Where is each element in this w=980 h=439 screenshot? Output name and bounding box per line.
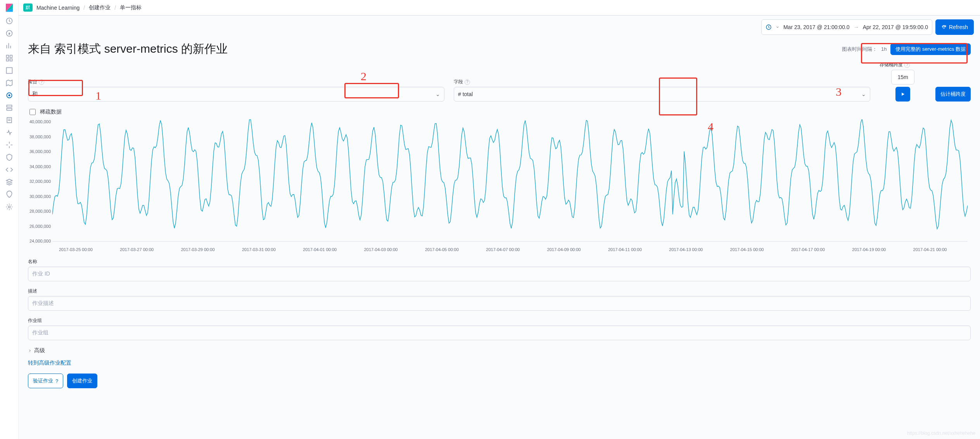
canvas-icon[interactable]: [5, 67, 13, 74]
chevron-down-icon: ⌄: [861, 91, 866, 97]
breadcrumb-mid[interactable]: 创建作业: [89, 4, 111, 11]
monitoring-icon[interactable]: [5, 191, 13, 198]
job-name-input[interactable]: 作业 ID: [28, 267, 971, 281]
aggregation-label: 聚合?: [28, 79, 444, 85]
validate-label: 验证作业: [33, 377, 53, 384]
apm-icon[interactable]: [5, 129, 13, 136]
logs-icon[interactable]: [5, 116, 13, 124]
annotation-number-2: 2: [361, 70, 366, 83]
bucket-label: 存储桶跨度?: [880, 62, 926, 68]
goto-advanced-link[interactable]: 转到高级作业配置: [19, 358, 980, 368]
use-full-data-button[interactable]: 使用完整的 server-metrics 数据: [890, 43, 971, 55]
chart-interval-value: 1h: [881, 46, 887, 52]
play-button[interactable]: [895, 87, 910, 102]
field-select[interactable]: # total ⌄: [454, 87, 870, 102]
refresh-label: Refresh: [949, 24, 968, 30]
job-name-label: 名称: [28, 259, 37, 264]
breadcrumb-root[interactable]: Machine Learning: [36, 5, 80, 11]
job-desc-placeholder: 作业描述: [32, 300, 54, 307]
dev-icon[interactable]: [5, 166, 13, 174]
discover-icon[interactable]: [5, 29, 13, 37]
time-picker-row: Mar 23, 2017 @ 21:00:00.0 → Apr 22, 2017…: [19, 15, 980, 35]
x-tick: 2017-04-01 00:00: [303, 247, 364, 252]
y-tick: 24,000,000: [29, 239, 51, 243]
maps-icon[interactable]: [5, 79, 13, 87]
help-icon[interactable]: ?: [904, 62, 910, 68]
time-range-picker[interactable]: Mar 23, 2017 @ 21:00:00.0 → Apr 22, 2017…: [761, 19, 932, 35]
field-label: 字段?: [454, 79, 870, 85]
help-icon[interactable]: ?: [465, 79, 470, 85]
breadcrumb-leaf: 单一指标: [120, 4, 142, 11]
job-desc-label: 描述: [28, 288, 37, 294]
space-badge[interactable]: 默: [23, 3, 33, 12]
x-tick: 2017-04-03 00:00: [364, 247, 425, 252]
bucket-field: 存储桶跨度? 15m: [880, 62, 926, 102]
job-desc-field: 描述 作业描述: [19, 284, 980, 314]
ml-icon[interactable]: [5, 91, 13, 99]
management-icon[interactable]: [5, 203, 13, 211]
svg-rect-13: [7, 108, 12, 110]
aggregation-field: 聚合? 和 ⌄: [28, 79, 444, 102]
chart-y-axis: 40,000,00038,000,00036,000,00034,000,000…: [28, 119, 52, 243]
refresh-button[interactable]: Refresh: [935, 19, 974, 35]
annotation-number-1: 1: [95, 89, 101, 102]
job-group-input[interactable]: 作业组: [28, 325, 971, 340]
clock-icon: [766, 24, 772, 30]
aggregation-value: 和: [32, 91, 38, 98]
job-group-placeholder: 作业组: [32, 329, 48, 336]
chart-container: 40,000,00038,000,00036,000,00034,000,000…: [19, 116, 980, 255]
sparse-checkbox[interactable]: [29, 109, 36, 115]
time-to: Apr 22, 2017 @ 19:59:00.0: [863, 24, 928, 30]
advanced-label: 高级: [34, 347, 45, 354]
y-tick: 34,000,000: [29, 164, 51, 169]
y-tick: 26,000,000: [29, 224, 51, 229]
chevron-right-icon: [28, 349, 32, 353]
y-tick: 36,000,000: [29, 149, 51, 154]
chevron-down-icon: [776, 25, 780, 29]
create-button[interactable]: 创建作业: [67, 374, 97, 388]
stack-icon[interactable]: [5, 178, 13, 186]
time-from: Mar 23, 2017 @ 21:00:00.0: [783, 24, 850, 30]
play-icon: [900, 91, 906, 97]
dashboard-icon[interactable]: [5, 54, 13, 62]
x-tick: 2017-04-17 00:00: [791, 247, 852, 252]
visualize-icon[interactable]: [5, 42, 13, 50]
y-tick: 40,000,000: [29, 119, 51, 124]
svg-rect-6: [10, 55, 12, 58]
x-tick: 2017-03-25 00:00: [59, 247, 120, 252]
x-tick: 2017-04-13 00:00: [669, 247, 730, 252]
advanced-toggle[interactable]: 高级: [19, 343, 980, 358]
spacer-label: [935, 80, 971, 85]
breadcrumb-bar: 默 Machine Learning / 创建作业 / 单一指标: [19, 0, 980, 15]
infra-icon[interactable]: [5, 104, 13, 112]
kibana-logo[interactable]: [5, 3, 14, 12]
svg-rect-12: [7, 105, 12, 107]
recent-icon[interactable]: [5, 17, 13, 25]
svg-rect-8: [10, 59, 12, 61]
y-tick: 28,000,000: [29, 209, 51, 213]
estimate-bucket-field: 估计桶跨度: [935, 80, 971, 102]
uptime-icon[interactable]: [5, 141, 13, 149]
job-name-placeholder: 作业 ID: [32, 270, 50, 277]
title-row: 来自 索引模式 server-metrics 的新作业 图表时间间隔： 1h 使…: [19, 35, 980, 60]
validate-button[interactable]: 验证作业 ?: [28, 374, 63, 388]
sparse-label: 稀疏数据: [40, 108, 62, 115]
x-tick: 2017-04-05 00:00: [425, 247, 486, 252]
refresh-icon: [941, 24, 947, 30]
siem-icon[interactable]: [5, 153, 13, 161]
svg-point-14: [8, 206, 10, 208]
chevron-down-icon: ⌄: [436, 91, 440, 97]
estimate-bucket-button[interactable]: 估计桶跨度: [935, 87, 971, 102]
chart-series-line: [52, 119, 968, 229]
x-tick: 2017-04-09 00:00: [547, 247, 608, 252]
x-tick: 2017-03-29 00:00: [181, 247, 242, 252]
job-group-label: 作业组: [28, 318, 42, 323]
aggregation-select[interactable]: 和 ⌄: [28, 87, 444, 102]
left-nav: [0, 0, 19, 400]
x-tick: 2017-04-07 00:00: [486, 247, 547, 252]
bucket-span-input[interactable]: 15m: [891, 70, 914, 84]
help-icon[interactable]: ?: [39, 79, 44, 85]
job-desc-input[interactable]: 作业描述: [28, 296, 971, 311]
y-tick: 32,000,000: [29, 179, 51, 184]
field-field: 字段? # total ⌄: [454, 79, 870, 102]
